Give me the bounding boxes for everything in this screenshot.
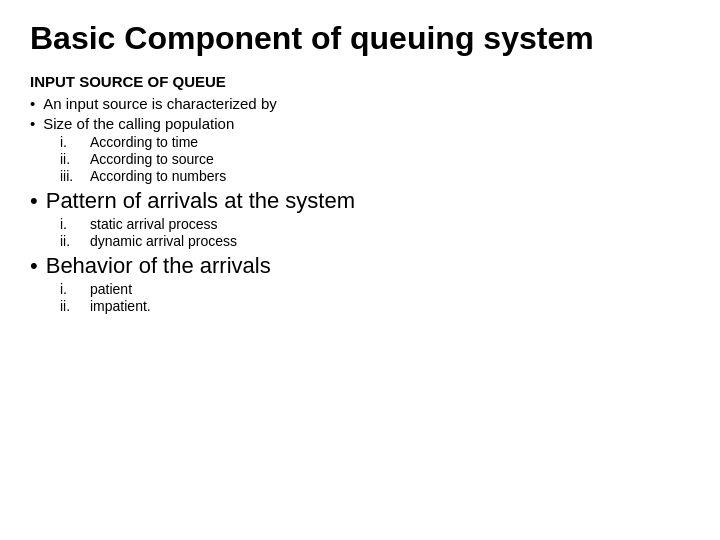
bullet-symbol-4: • bbox=[30, 253, 38, 279]
page: Basic Component of queuing system INPUT … bbox=[0, 0, 720, 540]
size-label-3: iii. bbox=[60, 168, 90, 184]
pattern-subitem-1: i. static arrival process bbox=[60, 216, 690, 232]
pattern-text-1: static arrival process bbox=[90, 216, 218, 232]
size-label-1: i. bbox=[60, 134, 90, 150]
bullet-behavior: • Behavior of the arrivals bbox=[30, 253, 690, 279]
input-source-heading: INPUT SOURCE OF QUEUE bbox=[30, 73, 690, 90]
size-text-3: According to numbers bbox=[90, 168, 226, 184]
bullet-text-characterized: An input source is characterized by bbox=[43, 95, 276, 112]
size-subitem-1: i. According to time bbox=[60, 134, 690, 150]
behavior-text-1: patient bbox=[90, 281, 132, 297]
pattern-label-2: ii. bbox=[60, 233, 90, 249]
bullet-text-size: Size of the calling population bbox=[43, 115, 234, 132]
pattern-sublist: i. static arrival process ii. dynamic ar… bbox=[60, 216, 690, 249]
bullet-text-behavior: Behavior of the arrivals bbox=[46, 253, 271, 279]
pattern-subitem-2: ii. dynamic arrival process bbox=[60, 233, 690, 249]
bullet-symbol-3: • bbox=[30, 188, 38, 214]
size-subitem-3: iii. According to numbers bbox=[60, 168, 690, 184]
size-sublist: i. According to time ii. According to so… bbox=[60, 134, 690, 184]
bullet-symbol-2: • bbox=[30, 115, 35, 132]
size-text-1: According to time bbox=[90, 134, 198, 150]
size-label-2: ii. bbox=[60, 151, 90, 167]
size-subitem-2: ii. According to source bbox=[60, 151, 690, 167]
behavior-section: • Behavior of the arrivals i. patient ii… bbox=[30, 253, 690, 314]
bullet-text-pattern: Pattern of arrivals at the system bbox=[46, 188, 355, 214]
size-text-2: According to source bbox=[90, 151, 214, 167]
main-title: Basic Component of queuing system bbox=[30, 20, 690, 57]
behavior-label-1: i. bbox=[60, 281, 90, 297]
pattern-text-2: dynamic arrival process bbox=[90, 233, 237, 249]
bullet-symbol-1: • bbox=[30, 95, 35, 112]
bullet-size: • Size of the calling population bbox=[30, 114, 690, 132]
pattern-label-1: i. bbox=[60, 216, 90, 232]
bullet-characterized: • An input source is characterized by bbox=[30, 94, 690, 112]
behavior-label-2: ii. bbox=[60, 298, 90, 314]
bullet-pattern: • Pattern of arrivals at the system bbox=[30, 188, 690, 214]
behavior-subitem-1: i. patient bbox=[60, 281, 690, 297]
pattern-section: • Pattern of arrivals at the system i. s… bbox=[30, 188, 690, 249]
input-source-section: INPUT SOURCE OF QUEUE • An input source … bbox=[30, 73, 690, 184]
behavior-subitem-2: ii. impatient. bbox=[60, 298, 690, 314]
behavior-sublist: i. patient ii. impatient. bbox=[60, 281, 690, 314]
behavior-text-2: impatient. bbox=[90, 298, 151, 314]
